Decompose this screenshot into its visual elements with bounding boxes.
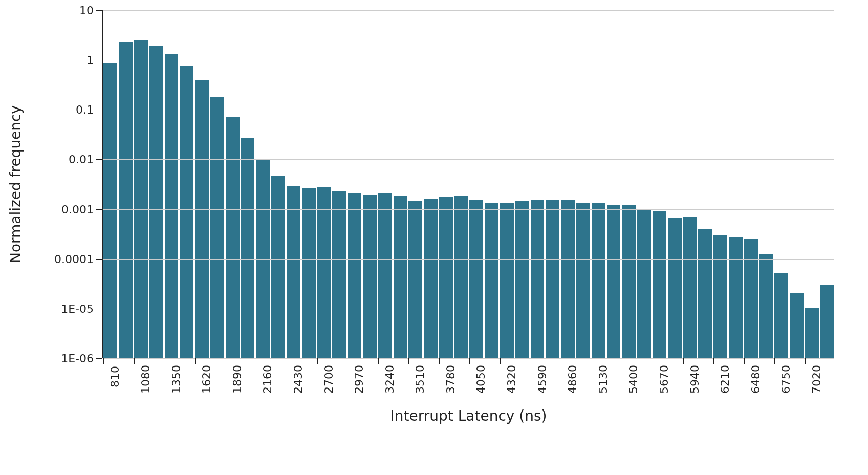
x-axis-title: Interrupt Latency (ns) [390, 407, 547, 424]
y-tick-label: 0.001 [61, 203, 103, 215]
x-tick [439, 358, 440, 364]
x-tick-label: 5400 [627, 365, 640, 394]
y-tick-label: 0.01 [69, 153, 103, 166]
y-axis-title: Normalized frequency [7, 105, 24, 263]
x-tick [287, 358, 287, 364]
bar [408, 201, 422, 358]
y-grid-line [103, 159, 834, 160]
x-tick-label: 7020 [810, 365, 823, 394]
bar [622, 205, 636, 358]
bar [683, 217, 697, 358]
bar [668, 218, 682, 358]
bar [546, 200, 559, 358]
bar [210, 97, 224, 358]
y-grid-line [103, 358, 834, 359]
x-tick-label: 3780 [444, 365, 457, 394]
bar [241, 138, 255, 358]
x-tick-label: 4050 [474, 365, 487, 394]
bar [653, 211, 666, 358]
x-tick [469, 358, 470, 364]
x-tick [744, 358, 745, 364]
y-grid-line [103, 10, 834, 11]
y-tick-label: 0.1 [76, 103, 103, 116]
x-tick [348, 358, 348, 364]
x-tick [713, 358, 714, 364]
x-tick [622, 358, 622, 364]
bar [439, 197, 453, 358]
x-tick [805, 358, 806, 364]
x-tick-label: 5940 [688, 365, 701, 394]
bar [195, 80, 209, 358]
bar [485, 203, 498, 358]
bar [378, 193, 392, 358]
bar [454, 196, 468, 358]
x-tick [561, 358, 561, 364]
bar [698, 229, 712, 358]
bar [271, 176, 285, 358]
bar [469, 200, 483, 358]
x-tick [653, 358, 653, 364]
bar [165, 54, 179, 358]
x-tick-label: 1350 [170, 365, 183, 394]
bar [348, 193, 361, 358]
bar [394, 196, 407, 358]
bar [576, 203, 590, 358]
bar [637, 209, 651, 358]
x-tick-label: 810 [108, 366, 121, 387]
x-tick-label: 3510 [414, 365, 426, 394]
x-tick-label: 1620 [200, 365, 213, 394]
x-tick [774, 358, 775, 364]
y-tick-label: 1E-06 [61, 352, 103, 365]
x-tick-label: 1080 [139, 365, 152, 394]
bar [744, 239, 758, 358]
x-tick-label: 1890 [231, 365, 244, 394]
x-tick [683, 358, 684, 364]
x-tick-label: 2160 [261, 365, 274, 394]
x-tick [378, 358, 379, 364]
x-tick-label: 6750 [779, 365, 792, 394]
x-tick-label: 5130 [597, 365, 610, 394]
bar [592, 203, 605, 358]
y-grid-line [103, 110, 834, 110]
bar [302, 188, 316, 358]
x-tick-label: 4590 [536, 365, 549, 394]
x-tick [103, 358, 104, 364]
x-tick [408, 358, 409, 364]
y-tick-label: 10 [79, 4, 103, 17]
x-tick-label: 2970 [353, 365, 365, 394]
y-grid-line [103, 309, 834, 309]
x-tick-label: 5670 [658, 365, 670, 394]
bar [287, 186, 300, 358]
plot-area: Interrupt Latency (ns) 1E-061E-050.00010… [102, 10, 834, 358]
x-tick-label: 2430 [292, 365, 305, 394]
x-tick-label: 6210 [719, 365, 731, 394]
bar [820, 285, 834, 358]
x-tick-label: 2700 [322, 365, 335, 394]
bar [226, 117, 240, 358]
y-grid-line [103, 60, 834, 60]
y-tick-label: 1 [86, 54, 103, 67]
bar [713, 235, 727, 358]
bar [729, 237, 743, 358]
bar [607, 205, 621, 358]
x-tick-label: 4320 [505, 365, 518, 394]
x-tick [226, 358, 226, 364]
x-tick-label: 6480 [749, 365, 762, 394]
y-tick-label: 1E-05 [61, 302, 103, 315]
bar [531, 200, 545, 358]
x-tick [195, 358, 196, 364]
bar [317, 187, 331, 358]
bar [103, 63, 117, 358]
x-tick-label: 3240 [383, 365, 396, 394]
bar [332, 191, 346, 358]
bar [561, 200, 575, 358]
bar [424, 199, 438, 358]
bar [500, 203, 514, 358]
bar [774, 273, 788, 358]
x-tick [531, 358, 531, 364]
bar [134, 40, 148, 358]
y-tick-label: 0.0001 [54, 252, 103, 265]
bar [119, 42, 133, 358]
histogram-chart: Normalized frequency Interrupt Latency (… [0, 0, 868, 475]
bar [760, 254, 773, 358]
